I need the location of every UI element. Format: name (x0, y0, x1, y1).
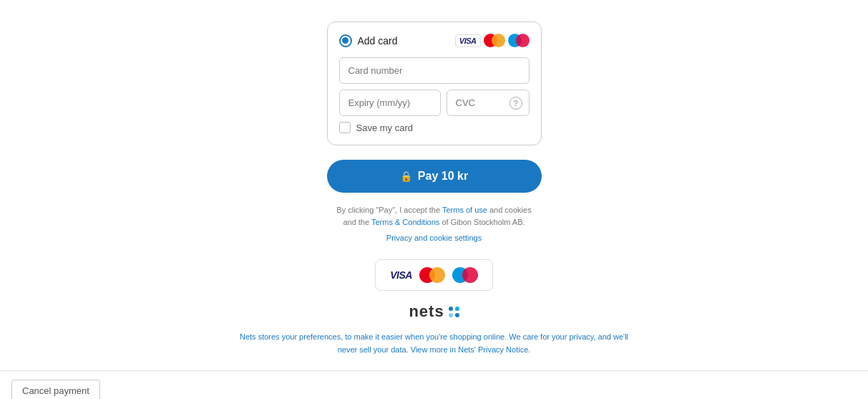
cancel-payment-button[interactable]: Cancel payment (11, 380, 100, 399)
card-panel-header: Add card VISA (339, 34, 530, 47)
nets-dot-light-bottom (449, 313, 453, 317)
legal-and-the: and the (343, 218, 371, 226)
add-card-radio[interactable] (339, 34, 352, 47)
mastercard-logo-header (484, 34, 505, 47)
nets-dot-row-top (449, 307, 459, 311)
legal-prefix: By clicking "Pay", I accept the (336, 206, 442, 214)
pay-button-label: Pay 10 kr (418, 170, 468, 183)
footer: Cancel payment (0, 370, 868, 399)
nets-dot-blue-top (449, 307, 453, 311)
mc-right-circle (492, 34, 505, 47)
save-card-checkbox[interactable] (339, 122, 351, 133)
privacy-link[interactable]: Privacy and cookie settings (386, 234, 482, 242)
bottom-text-part2: . (528, 345, 530, 354)
save-card-row: Save my card (339, 122, 530, 133)
add-card-option[interactable]: Add card (339, 34, 398, 47)
main-content: Add card VISA ? (0, 0, 868, 370)
nets-text: nets (409, 302, 444, 321)
expiry-input[interactable] (339, 90, 441, 116)
add-card-label-text: Add card (358, 35, 398, 47)
nets-dots (449, 307, 459, 317)
terms-conditions-link[interactable]: Terms & Conditions (371, 218, 439, 226)
payment-logos-box: VISA (375, 259, 493, 291)
legal-and-cookies: and cookies (487, 206, 532, 214)
maestro-logo-bottom (452, 267, 478, 283)
bottom-text-part1: Nets stores your preferences, to make it… (240, 332, 628, 354)
maestro-logo-header (508, 34, 530, 47)
card-logos-header: VISA (455, 34, 530, 47)
maestro-right-circle (516, 34, 530, 47)
visa-logo-header: VISA (455, 34, 481, 47)
mastercard-logo-bottom (419, 267, 445, 283)
nets-logo: nets (409, 302, 459, 321)
save-card-label: Save my card (356, 122, 413, 133)
card-panel: Add card VISA ? (327, 21, 542, 145)
pay-button[interactable]: 🔒 Pay 10 kr (327, 160, 542, 193)
cvc-wrapper: ? (447, 90, 530, 116)
cvc-help-icon[interactable]: ? (509, 97, 522, 110)
bottom-privacy-text: Nets stores your preferences, to make it… (234, 331, 635, 356)
nets-dot-row-bottom (449, 313, 459, 317)
legal-of-gibon: of Gibon Stockholm AB. (439, 218, 525, 226)
card-number-input[interactable] (339, 57, 530, 84)
nets-dot-blue-bottom (455, 313, 459, 317)
legal-text: By clicking "Pay", I accept the Terms of… (334, 204, 535, 228)
privacy-notice-link[interactable]: Privacy Notice (478, 345, 528, 354)
visa-logo-bottom: VISA (390, 269, 412, 281)
expiry-cvc-row: ? (339, 90, 530, 116)
maestro-right-big (462, 267, 478, 283)
nets-dot-cyan-top (455, 307, 459, 311)
lock-icon: 🔒 (400, 170, 412, 182)
terms-of-use-link[interactable]: Terms of use (442, 206, 487, 214)
mc-right-big (429, 267, 445, 283)
